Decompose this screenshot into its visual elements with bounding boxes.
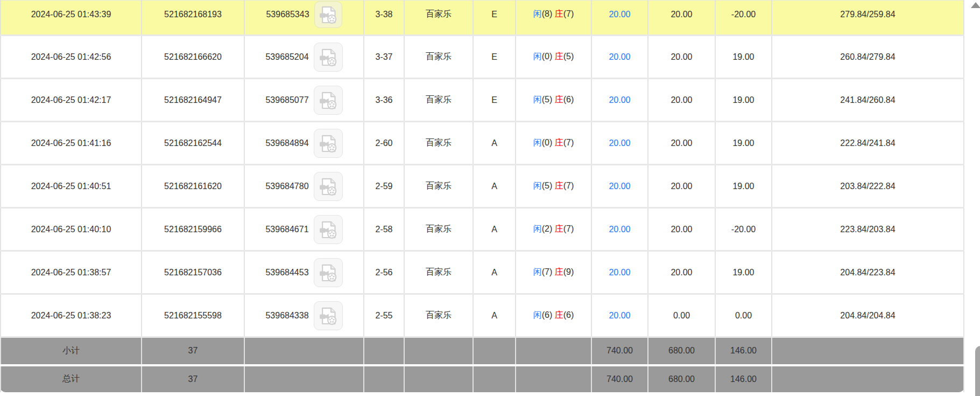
- cell-bet-amount: 20.00: [591, 251, 648, 294]
- player-label: 闲: [533, 267, 542, 276]
- banker-label: 庄: [555, 267, 563, 276]
- banker-label: 庄: [555, 181, 563, 190]
- video-replay-button[interactable]: [314, 1, 342, 28]
- cell-valid-bet: 20.00: [648, 165, 715, 208]
- cell-round-number: 3-36: [364, 79, 404, 122]
- player-score: (0): [542, 52, 553, 61]
- bet-amount-link[interactable]: 20.00: [609, 225, 630, 234]
- banker-score: (7): [563, 181, 574, 190]
- summary-empty-cell: [516, 365, 591, 392]
- bet-amount-link[interactable]: 20.00: [609, 268, 630, 277]
- cell-order-id: 521682162544: [142, 122, 244, 165]
- cell-balance: 223.84/203.84: [772, 208, 964, 251]
- game-id-text: 539684338: [265, 311, 308, 321]
- cell-bet-amount: 20.00: [591, 1, 648, 36]
- cell-game-id: 539684338: [244, 294, 364, 337]
- video-file-icon: [318, 46, 339, 68]
- cell-order-id: 521682159966: [142, 208, 244, 251]
- cell-table-code: A: [473, 208, 516, 251]
- cell-bet-amount: 20.00: [591, 208, 648, 251]
- cell-balance: 222.84/241.84: [772, 122, 964, 165]
- cell-game-type: 百家乐: [404, 1, 473, 36]
- cell-bet-time: 2024-06-25 01:40:51: [1, 165, 142, 208]
- video-replay-button[interactable]: [314, 86, 343, 115]
- cell-order-id: 521682164947: [142, 79, 244, 122]
- bet-amount-link[interactable]: 20.00: [609, 52, 630, 61]
- summary-empty-cell: [364, 365, 404, 392]
- cell-game-id: 539684671: [244, 208, 364, 251]
- cell-order-id: 521682155598: [142, 294, 244, 337]
- cell-game-id: 539685343: [244, 1, 364, 36]
- cell-table-code: A: [473, 122, 516, 165]
- video-replay-button[interactable]: [314, 172, 343, 201]
- video-replay-button[interactable]: [314, 129, 343, 158]
- player-score: (6): [542, 310, 553, 319]
- banker-label: 庄: [555, 138, 563, 147]
- bet-amount-link[interactable]: 20.00: [609, 311, 630, 320]
- cell-result: 闲(5) 庄(7): [516, 165, 591, 208]
- cell-balance: 279.84/259.84: [772, 1, 964, 36]
- summary-row: 总计 37 740.00 680.00 146.00: [1, 365, 964, 392]
- banker-score: (7): [563, 138, 574, 147]
- banker-score: (9): [563, 267, 574, 276]
- banker-score: (7): [563, 224, 574, 233]
- cell-round-number: 2-59: [364, 165, 404, 208]
- cell-round-number: 2-56: [364, 251, 404, 294]
- cell-game-type: 百家乐: [404, 294, 473, 337]
- video-replay-button[interactable]: [314, 215, 343, 244]
- banker-label: 庄: [555, 310, 563, 319]
- cell-order-id: 521682161620: [142, 165, 244, 208]
- cell-game-type: 百家乐: [404, 36, 473, 79]
- cell-game-id: 539684780: [244, 165, 364, 208]
- cell-valid-bet: 20.00: [648, 251, 715, 294]
- cell-table-code: A: [473, 251, 516, 294]
- cell-game-type: 百家乐: [404, 251, 473, 294]
- bet-amount-link[interactable]: 20.00: [609, 10, 630, 19]
- video-file-icon: [318, 4, 339, 25]
- cell-valid-bet: 20.00: [648, 1, 715, 36]
- cell-bet-amount: 20.00: [591, 165, 648, 208]
- cell-order-id: 521682166620: [142, 36, 244, 79]
- scroll-up-arrow-icon[interactable]: [971, 2, 980, 8]
- table-footer: 小计 37 740.00 680.00 146.00 总计 37 740.00 …: [1, 337, 964, 392]
- cell-game-id: 539684453: [244, 251, 364, 294]
- cell-table-code: A: [473, 294, 516, 337]
- cell-balance: 203.84/222.84: [772, 165, 964, 208]
- summary-empty-cell: [244, 337, 364, 365]
- cell-bet-time: 2024-06-25 01:41:16: [1, 122, 142, 165]
- cell-order-id: 521682168193: [142, 1, 244, 36]
- summary-empty-cell: [364, 337, 404, 365]
- cell-valid-bet: 20.00: [648, 208, 715, 251]
- cell-table-code: E: [473, 36, 516, 79]
- cell-win-loss: 19.00: [715, 122, 772, 165]
- player-label: 闲: [533, 310, 542, 319]
- bet-amount-link[interactable]: 20.00: [609, 95, 630, 105]
- summary-winloss-total: 146.00: [715, 365, 772, 392]
- cell-game-type: 百家乐: [404, 208, 473, 251]
- summary-empty-cell: [772, 365, 964, 392]
- video-replay-button[interactable]: [314, 258, 343, 287]
- bet-amount-link[interactable]: 20.00: [609, 138, 630, 148]
- cell-valid-bet: 0.00: [648, 294, 715, 337]
- scrollbar-thumb[interactable]: [975, 346, 980, 396]
- cell-round-number: 2-58: [364, 208, 404, 251]
- cell-win-loss: 19.00: [715, 79, 772, 122]
- player-score: (5): [542, 181, 553, 190]
- cell-balance: 204.84/204.84: [772, 294, 964, 337]
- player-label: 闲: [533, 95, 542, 104]
- game-id-text: 539684671: [265, 225, 308, 234]
- cell-round-number: 2-60: [364, 122, 404, 165]
- video-file-icon: [318, 176, 339, 197]
- game-id-text: 539684894: [265, 138, 308, 148]
- video-replay-button[interactable]: [314, 43, 343, 72]
- cell-balance: 260.84/279.84: [772, 36, 964, 79]
- cell-bet-amount: 20.00: [591, 36, 648, 79]
- game-id-text: 539685077: [265, 95, 308, 105]
- video-file-icon: [318, 305, 339, 326]
- cell-bet-time: 2024-06-25 01:42:56: [1, 36, 142, 79]
- bet-amount-link[interactable]: 20.00: [609, 182, 630, 191]
- game-id-text: 539684780: [265, 182, 308, 191]
- player-label: 闲: [533, 181, 542, 190]
- cell-balance: 204.84/223.84: [772, 251, 964, 294]
- video-replay-button[interactable]: [314, 301, 343, 330]
